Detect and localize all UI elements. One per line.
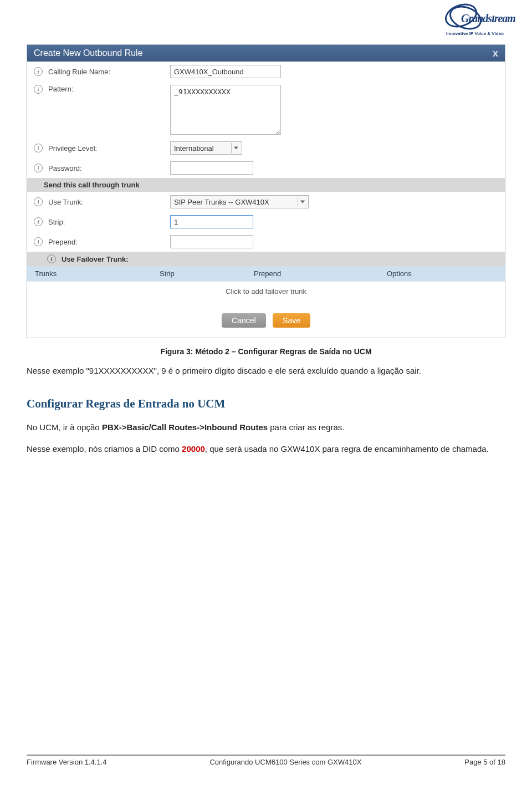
use-trunk-select[interactable]: SIP Peer Trunks -- GXW410X <box>170 195 309 208</box>
close-icon[interactable]: X <box>493 49 498 58</box>
password-label: Password: <box>48 164 170 172</box>
calling-rule-input[interactable] <box>170 65 281 78</box>
strip-input[interactable] <box>170 215 253 228</box>
prepend-input[interactable] <box>170 235 253 248</box>
cancel-button[interactable]: Cancel <box>222 313 266 328</box>
dialog-titlebar: Create New Outbound Rule X <box>27 45 505 62</box>
p3-post: , que será usada no GXW410X para regra d… <box>205 444 489 454</box>
info-icon[interactable]: i <box>34 237 43 246</box>
footer-left: Firmware Version 1.4.1.4 <box>27 758 107 766</box>
section-heading: Configurar Regras de Entrada no UCM <box>27 397 505 411</box>
info-icon[interactable]: i <box>34 144 43 152</box>
pattern-label: Pattern: <box>48 85 170 93</box>
failover-table-header: Trunks Strip Prepend Options <box>27 266 505 281</box>
footer-right: Page 5 of 18 <box>464 758 505 766</box>
p2-post: para criar as regras. <box>268 422 344 432</box>
brand-name: Grandstream <box>461 12 515 25</box>
pattern-input[interactable] <box>170 85 281 135</box>
failover-col-trunks: Trunks <box>35 269 160 278</box>
p3-did-number: 20000 <box>182 444 205 454</box>
calling-rule-label: Calling Rule Name: <box>48 68 170 76</box>
prepend-label: Prepend: <box>48 238 170 246</box>
footer-center: Configurando UCM6100 Series com GXW410X <box>209 758 361 766</box>
info-icon[interactable]: i <box>34 197 43 206</box>
dialog-title-text: Create New Outbound Rule <box>34 48 143 58</box>
page-footer: Firmware Version 1.4.1.4 Configurando UC… <box>27 755 505 766</box>
info-icon[interactable]: i <box>34 67 43 76</box>
section-failover-label: Use Failover Trunk: <box>62 255 129 263</box>
save-button[interactable]: Save <box>273 313 310 328</box>
section-failover-trunk: i Use Failover Trunk: <box>27 252 505 266</box>
info-icon[interactable]: i <box>47 254 56 263</box>
failover-col-strip: Strip <box>160 269 254 278</box>
p3-pre: Nesse exemplo, nós criamos a DID como <box>27 444 182 454</box>
password-input[interactable] <box>170 161 253 175</box>
failover-col-options: Options <box>387 269 497 278</box>
add-failover-trunk[interactable]: Click to add failover trunk <box>27 281 505 308</box>
paragraph-2: No UCM, ir à opção PBX->Basic/Call Route… <box>27 421 505 434</box>
privilege-select[interactable]: International <box>170 141 242 155</box>
privilege-label: Privilege Level: <box>48 144 170 152</box>
info-icon[interactable]: i <box>34 164 43 172</box>
info-icon[interactable]: i <box>34 85 43 94</box>
brand-logo: Grandstream Innovative IP Voice & Video <box>444 4 505 36</box>
failover-col-prepend: Prepend <box>254 269 387 278</box>
use-trunk-value: SIP Peer Trunks -- GXW410X <box>174 198 269 206</box>
p2-bold: PBX->Basic/Call Routes->Inbound Routes <box>102 422 268 432</box>
strip-label: Strip: <box>48 218 170 226</box>
paragraph-3: Nesse exemplo, nós criamos a DID como 20… <box>27 442 505 455</box>
outbound-rule-dialog: Create New Outbound Rule X i Calling Rul… <box>27 44 505 338</box>
section-send-through-trunk: Send this call through trunk <box>27 178 505 192</box>
figure-caption: Figura 3: Método 2 – Configurar Regras d… <box>27 347 505 356</box>
p2-pre: No UCM, ir à opção <box>27 422 102 432</box>
paragraph-1: Nesse exemplo "91XXXXXXXXXX", 9 é o prim… <box>27 364 505 377</box>
use-trunk-label: Use Trunk: <box>48 198 170 206</box>
privilege-value: International <box>174 144 214 152</box>
info-icon[interactable]: i <box>34 217 43 226</box>
